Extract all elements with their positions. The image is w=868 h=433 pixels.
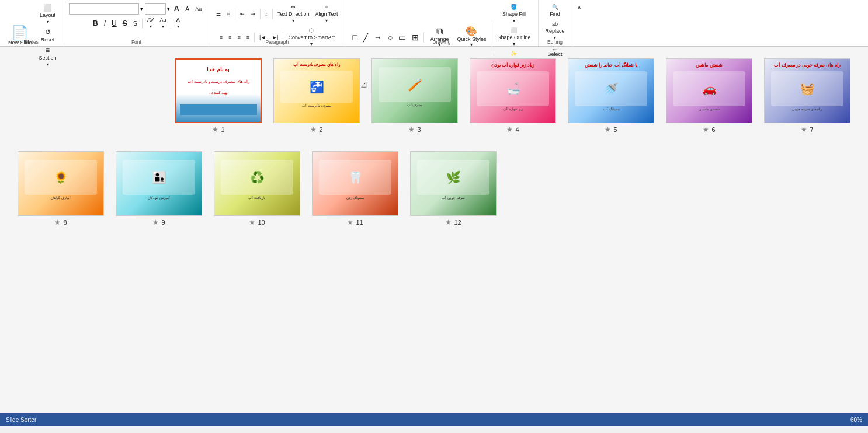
editing-group-content: 🔍 Find ab Replace ▾ ⬚ Select ▾ xyxy=(543,2,567,65)
slide-9-number-row: ★ 9 xyxy=(152,218,165,226)
section-button[interactable]: ≡ Section ▾ xyxy=(37,45,59,69)
slides-stack: ⬜ Layout ▾ ↺ Reset ≡ Section ▾ xyxy=(37,2,59,69)
shape-rect2-button[interactable]: ▭ xyxy=(396,31,408,44)
status-zoom: 60% xyxy=(850,417,862,423)
slide-item-2[interactable]: راه های مصرف نادرست آب 🚰 مصرف نادرست آب … xyxy=(273,58,360,134)
slide-thumb-8: 🌻 آبیاری گیاهان xyxy=(18,151,104,216)
slide-item-7[interactable]: راه های صرفه جویی در مصرف آب 🧺 راه های ص… xyxy=(764,58,850,134)
slide-5-caption: شیلنگ آب xyxy=(602,106,620,111)
font-spacing-icon: AV xyxy=(147,17,154,23)
font-size-input[interactable] xyxy=(145,3,166,15)
shape-more-button[interactable]: ⊞ xyxy=(409,31,421,44)
slide-item-6[interactable]: شستن ماشین 🚗 شستن ماشین ★ 6 xyxy=(666,58,752,134)
find-button[interactable]: 🔍 Find xyxy=(547,2,563,19)
slide-item-3[interactable]: 🪥 مصرف آب ★ 3 xyxy=(371,58,458,134)
font-size-dropdown[interactable]: ▾ xyxy=(167,6,171,12)
slide-1-title: به نام خدا xyxy=(207,67,230,72)
text-direction-button[interactable]: ⇔ Text Direction ▾ xyxy=(275,2,312,25)
slide-6-caption: شستن ماشین xyxy=(697,106,721,111)
shape-line-button[interactable]: ╱ xyxy=(361,31,370,44)
align-right-button[interactable]: ≡ xyxy=(235,33,242,42)
line-spacing-button[interactable]: ↕ xyxy=(263,9,270,19)
slide-2-number-row: ★ 2 xyxy=(310,125,322,134)
slide-thumb-3: 🪥 مصرف آب xyxy=(371,58,458,123)
slide-11-star: ★ xyxy=(347,218,353,226)
font-name-input[interactable] xyxy=(69,3,139,15)
shape-outline-button[interactable]: ⬜ Shape Outline ▾ xyxy=(495,26,533,48)
slide-5-star: ★ xyxy=(605,125,611,134)
font-size-btn2[interactable]: Aa ▾ xyxy=(157,15,168,31)
para-row1: ☰ ≡ ⇤ ⇥ ↕ ⇔ Text Direction ▾ ≡ Align Tex… xyxy=(214,2,340,25)
reset-button[interactable]: ↺ Reset xyxy=(37,27,59,44)
layout-button[interactable]: ⬜ Layout ▾ xyxy=(37,2,59,26)
select-icon: ⬚ xyxy=(553,44,558,50)
shadow-button[interactable]: S xyxy=(131,18,140,29)
slide-1-number: 1 xyxy=(221,126,224,133)
font-shrink-button[interactable]: A xyxy=(183,4,192,14)
strikethrough-button[interactable]: S xyxy=(120,18,130,29)
slide-item-12[interactable]: 🌿 صرفه جویی آب ★ 12 xyxy=(410,151,497,226)
shape-arrow-button[interactable]: → xyxy=(371,31,384,44)
slide-8-number-row: ★ 8 xyxy=(54,218,67,226)
text-direction-icon: ⇔ xyxy=(291,4,296,10)
slide-sorter: راه های صرفه جویی در مصرف آب 🧺 راه های ص… xyxy=(0,47,868,413)
slide-1-caption: تهیه کننده : xyxy=(209,90,228,95)
ribbon-group-slides: 📄 New Slide ⬜ Layout ▾ ↺ Reset ≡ Section… xyxy=(0,0,64,46)
ribbon-group-paragraph: ☰ ≡ ⇤ ⇥ ↕ ⇔ Text Direction ▾ ≡ Align Tex… xyxy=(209,0,345,46)
slide-5-number: 5 xyxy=(613,126,617,133)
underline-button[interactable]: U xyxy=(109,18,119,29)
slide-2-number: 2 xyxy=(319,126,322,133)
ribbon: 📄 New Slide ⬜ Layout ▾ ↺ Reset ≡ Section… xyxy=(0,0,868,47)
font-case-button[interactable]: Aa xyxy=(193,4,204,13)
paragraph-group-label: Paragraph xyxy=(266,39,289,45)
slide-item-11[interactable]: 🦷 مسواک زدن ★ 11 xyxy=(312,151,398,226)
slide-item-10[interactable]: ♻️ بازیافت آب ★ 10 xyxy=(214,151,300,226)
slide-4-caption: زیر فواره آب xyxy=(502,106,523,111)
slide-item-8[interactable]: 🌻 آبیاری گیاهان ★ 8 xyxy=(18,151,104,226)
slide-3-number-row: ★ 3 xyxy=(408,125,421,134)
bullets-button[interactable]: ☰ xyxy=(214,9,223,19)
font-name-dropdown[interactable]: ▾ xyxy=(140,6,144,12)
font-grow-button[interactable]: A xyxy=(172,2,182,15)
status-view: Slide Sorter xyxy=(6,417,36,423)
slide-thumb-4: زیاد زیر فواره آب بودن 🛁 زیر فواره آب xyxy=(470,58,556,123)
arrange-button[interactable]: ⧉ Arrange ▾ xyxy=(426,20,452,54)
shape-rect-button[interactable]: □ xyxy=(350,31,359,44)
slide-7-star: ★ xyxy=(801,125,807,134)
font-size-icon: Aa xyxy=(159,17,166,23)
font-spacing-button[interactable]: AV ▾ xyxy=(145,15,156,31)
editing-group-label: Editing xyxy=(547,39,563,45)
slide-item-1[interactable]: به نام خدا راه های مصرف درست و نادرست آب… xyxy=(175,58,262,134)
italic-button[interactable]: I xyxy=(102,18,108,29)
slide-4-title: زیاد زیر فواره آب بودن xyxy=(490,61,536,69)
new-slide-button[interactable]: 📄 New Slide xyxy=(5,19,36,53)
ribbon-expand-area: ∧ xyxy=(572,0,586,46)
align-center-button[interactable]: ≡ xyxy=(226,33,234,42)
slide-item-5[interactable]: با شیلنگ آب حیاط را شستن 🚿 شیلنگ آب ★ 5 xyxy=(568,58,654,134)
slide-thumb-2: راه های مصرف نادرست آب 🚰 مصرف نادرست آب xyxy=(273,58,360,123)
justify-button[interactable]: ≡ xyxy=(244,33,252,42)
shape-corner-button[interactable]: ◿ xyxy=(359,78,369,90)
slide-11-number: 11 xyxy=(356,219,363,226)
align-left-button[interactable]: ≡ xyxy=(217,33,225,42)
slide-thumb-11: 🦷 مسواک زدن xyxy=(312,151,398,216)
font-row1: ▾ ▾ A A Aa xyxy=(69,2,204,15)
quick-styles-button[interactable]: 🎨 Quick Styles ▾ xyxy=(453,20,489,54)
quick-styles-icon: 🎨 xyxy=(466,27,477,36)
font-color-icon: A xyxy=(176,17,180,23)
ribbon-collapse-button[interactable]: ∧ xyxy=(575,2,584,12)
slide-10-number-row: ★ 10 xyxy=(249,218,265,226)
font-color-button[interactable]: A ▾ xyxy=(173,15,182,31)
align-text-button[interactable]: ≡ Align Text ▾ xyxy=(313,2,341,25)
numbering-button[interactable]: ≡ xyxy=(224,9,232,19)
convert-smartart-button[interactable]: ⬡ Convert to SmartArt ▾ xyxy=(286,26,337,48)
decrease-indent-button[interactable]: ⇤ xyxy=(238,9,247,19)
slide-12-star: ★ xyxy=(445,218,452,226)
slide-10-star: ★ xyxy=(249,218,255,226)
shape-circle-button[interactable]: ○ xyxy=(386,31,395,44)
slide-item-9[interactable]: 👨‍👦 آموزش کودکان ★ 9 xyxy=(116,151,202,226)
slide-item-4[interactable]: زیاد زیر فواره آب بودن 🛁 زیر فواره آب ★ … xyxy=(470,58,556,134)
increase-indent-button[interactable]: ⇥ xyxy=(248,9,258,19)
bold-button[interactable]: B xyxy=(91,18,100,29)
shape-fill-button[interactable]: 🪣 Shape Fill ▾ xyxy=(495,2,533,25)
